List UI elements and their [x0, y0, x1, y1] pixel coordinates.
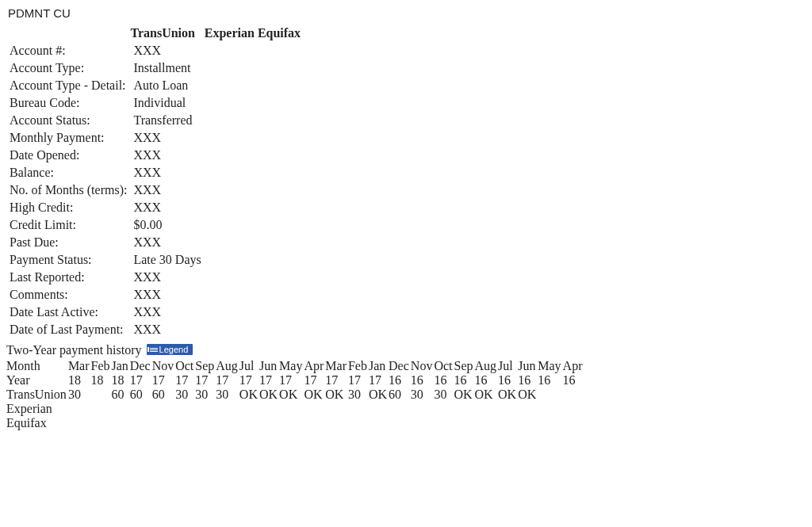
detail-row: Past Due:XXX [6, 234, 304, 251]
history-year-label: Year [6, 373, 68, 388]
history-status-cell: OK [279, 388, 304, 402]
detail-value-transunion: XXX [130, 304, 204, 321]
detail-label: Comments: [6, 286, 130, 304]
detail-row: Account Status:Transferred [6, 112, 304, 129]
history-month-cell: Sep [195, 359, 216, 373]
detail-value-transunion: Installment [130, 59, 204, 77]
history-status-cell [175, 416, 195, 430]
history-year-cell: 18 [68, 373, 91, 388]
history-year-cell: 16 [389, 373, 411, 388]
history-status-cell [279, 402, 304, 416]
legend-button[interactable]: Legend [147, 344, 193, 355]
detail-label: Date Opened: [6, 147, 130, 164]
detail-row: Payment Status:Late 30 Days [6, 251, 304, 269]
detail-label: Date Last Active: [6, 304, 130, 321]
detail-label: Account Type - Detail: [6, 77, 130, 94]
detail-value-transunion: XXX [130, 147, 204, 164]
detail-row: Date Opened:XXX [6, 147, 304, 164]
history-status-cell: 30 [195, 388, 216, 402]
history-month-cell: Aug [216, 359, 239, 373]
history-status-cell [112, 402, 130, 416]
detail-value-equifax [258, 129, 304, 147]
history-month-cell: Jun [259, 359, 279, 373]
detail-value-equifax [258, 77, 304, 94]
detail-value-experian [205, 216, 258, 234]
detail-value-experian [205, 269, 258, 286]
detail-row: Balance:XXX [6, 164, 304, 181]
payment-history-table: MonthMarFebJanDecNovOctSepAugJulJunMayAp… [6, 359, 584, 430]
history-year-cell: 17 [152, 373, 176, 388]
detail-value-equifax [258, 94, 304, 112]
detail-value-experian [205, 286, 258, 304]
history-status-cell: 60 [130, 388, 152, 402]
history-year-cell: 16 [563, 373, 584, 388]
detail-value-experian [205, 112, 258, 129]
detail-row: No. of Months (terms):XXX [6, 181, 304, 199]
history-status-cell [434, 416, 454, 430]
header-equifax: Equifax [258, 25, 304, 42]
history-status-cell: 30 [434, 388, 454, 402]
history-status-cell [369, 416, 389, 430]
detail-value-equifax [258, 286, 304, 304]
history-month-cell: Nov [411, 359, 435, 373]
history-year-cell: 17 [130, 373, 152, 388]
detail-value-equifax [258, 216, 304, 234]
history-year-cell: 16 [454, 373, 475, 388]
history-month-cell: Oct [434, 359, 454, 373]
history-month-cell: Mar [325, 359, 348, 373]
history-status-cell: 60 [152, 388, 176, 402]
history-status-cell [518, 416, 538, 430]
detail-row: Comments:XXX [6, 286, 304, 304]
history-status-cell [563, 416, 584, 430]
history-status-cell: OK [325, 388, 348, 402]
detail-label: Account Type: [6, 59, 130, 77]
detail-value-experian [205, 199, 258, 216]
detail-row: High Credit:XXX [6, 199, 304, 216]
header-experian: Experian [205, 25, 258, 42]
history-month-cell: Feb [91, 359, 112, 373]
detail-row: Credit Limit:$0.00 [6, 216, 304, 234]
detail-row: Account Type - Detail:Auto Loan [6, 77, 304, 94]
history-row: MonthMarFebJanDecNovOctSepAugJulJunMayAp… [6, 359, 584, 373]
history-status-cell [454, 416, 475, 430]
history-month-cell: Feb [348, 359, 369, 373]
history-status-cell [498, 402, 518, 416]
history-status-cell [389, 416, 411, 430]
history-status-cell: OK [475, 388, 499, 402]
history-status-cell: 60 [389, 388, 411, 402]
history-bureau-label: Experian [6, 402, 68, 416]
history-month-cell: Aug [475, 359, 499, 373]
history-status-cell [304, 416, 325, 430]
detail-value-equifax [258, 147, 304, 164]
history-status-cell [563, 402, 584, 416]
detail-value-transunion: XXX [130, 164, 204, 181]
history-month-cell: Jul [498, 359, 518, 373]
history-status-cell: 30 [216, 388, 239, 402]
history-month-cell: May [279, 359, 304, 373]
detail-value-equifax [258, 269, 304, 286]
account-details-table: TransUnion Experian Equifax Account #:XX… [6, 25, 304, 338]
creditor-name: PDMNT CU [8, 6, 806, 20]
detail-label: Account #: [6, 42, 130, 59]
history-month-cell: May [538, 359, 562, 373]
history-status-cell: 30 [68, 388, 91, 402]
detail-value-equifax [258, 112, 304, 129]
history-status-cell [195, 416, 216, 430]
history-year-cell: 18 [112, 373, 130, 388]
detail-value-transunion: $0.00 [130, 216, 204, 234]
detail-value-transunion: XXX [130, 199, 204, 216]
history-year-cell: 17 [239, 373, 259, 388]
history-status-cell [239, 416, 259, 430]
detail-label: Past Due: [6, 234, 130, 251]
detail-value-transunion: Individual [130, 94, 204, 112]
history-status-cell [112, 416, 130, 430]
detail-label: Last Reported: [6, 269, 130, 286]
detail-value-equifax [258, 199, 304, 216]
legend-label: Legend [159, 345, 189, 354]
detail-value-equifax [258, 164, 304, 181]
history-status-cell: OK [369, 388, 389, 402]
history-month-cell: Sep [454, 359, 475, 373]
history-month-cell: Jun [518, 359, 538, 373]
detail-value-transunion: Late 30 Days [130, 251, 204, 269]
history-status-cell [216, 416, 239, 430]
